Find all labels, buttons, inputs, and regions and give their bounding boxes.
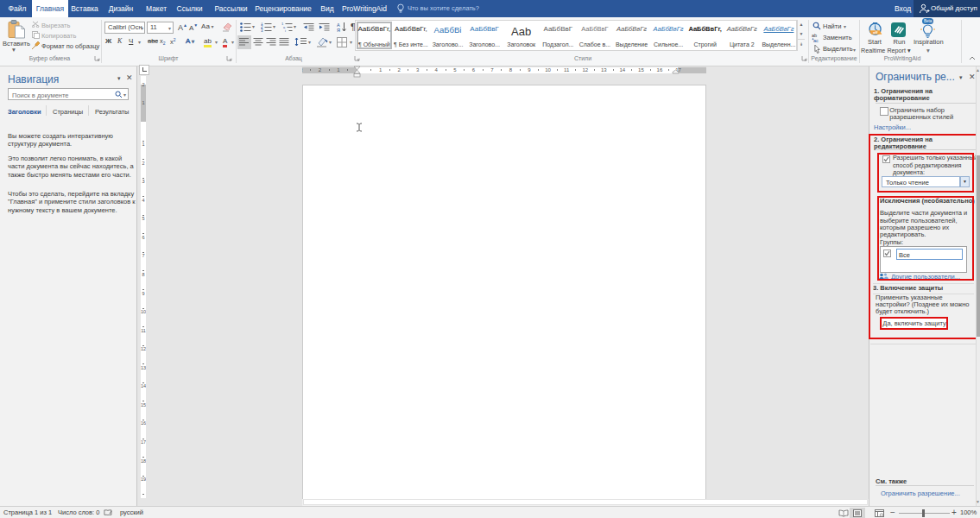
svg-text:i: i (285, 28, 286, 32)
svg-text:Я: Я (337, 28, 340, 33)
svg-text:off: off (873, 30, 878, 35)
svg-text:ac: ac (813, 38, 819, 43)
svg-text:А: А (337, 22, 340, 28)
svg-text:Beta: Beta (924, 19, 933, 23)
svg-text:3: 3 (261, 28, 263, 32)
